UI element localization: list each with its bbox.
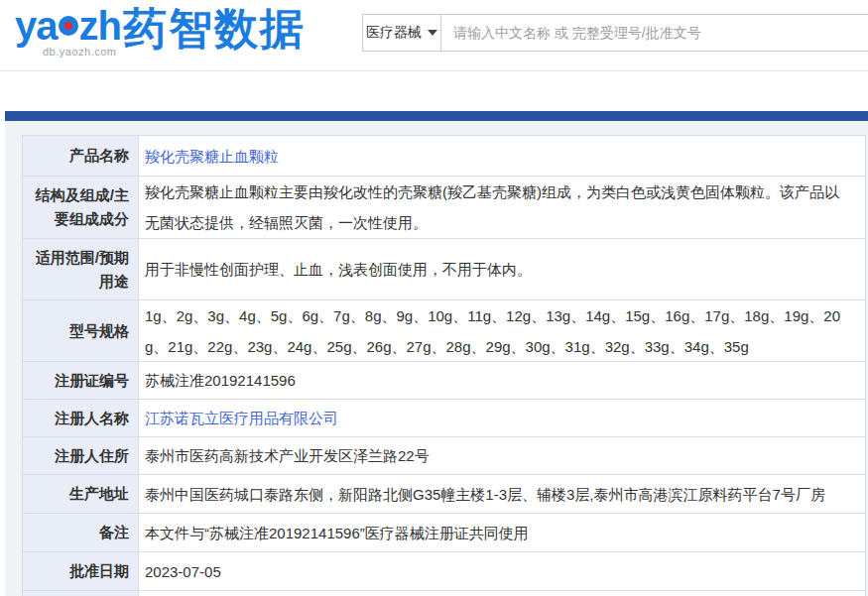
table-row: 结构及组成/主要组成成分 羧化壳聚糖止血颗粒主要由羧化改性的壳聚糖(羧乙基壳聚糖…: [23, 177, 865, 239]
table-row: 型号规格 1g、2g、3g、4g、5g、6g、7g、8g、9g、10g、11g、…: [23, 300, 865, 362]
logo-domain-text: db.yaozh.com: [43, 47, 116, 58]
field-value: [139, 591, 865, 596]
field-value: 2023-07-05: [139, 552, 865, 590]
accent-band: [5, 111, 868, 121]
field-label: 生产地址: [23, 475, 139, 513]
table-row: 注册人住所 泰州市医药高新技术产业开发区泽兰路22号: [23, 437, 865, 475]
field-value: 用于非慢性创面护理、止血，浅表创面使用，不用于体内。: [139, 239, 865, 299]
table-row: 备注 本文件与“苏械注准20192141596”医疗器械注册证共同使用: [23, 514, 865, 552]
table-row-clipped: [23, 591, 865, 596]
chevron-down-icon: [428, 30, 437, 36]
table-row: 适用范围/预期用途 用于非慢性创面护理、止血，浅表创面使用，不用于体内。: [23, 239, 865, 300]
field-value: 羧化壳聚糖止血颗粒: [139, 136, 865, 176]
search-bar: 医疗器械: [362, 14, 868, 52]
registration-detail-table: 产品名称 羧化壳聚糖止血颗粒 结构及组成/主要组成成分 羧化壳聚糖止血颗粒主要由…: [22, 135, 866, 596]
search-category-label: 医疗器械: [366, 24, 422, 42]
field-label: 注册人住所: [23, 437, 139, 474]
field-value: 江苏诺瓦立医疗用品有限公司: [139, 400, 865, 436]
field-value: 泰州市医药高新技术产业开发区泽兰路22号: [139, 437, 865, 474]
field-label: 注册人名称: [23, 400, 139, 436]
site-logo[interactable]: yazh db.yaozh.com 药智数据: [15, 6, 306, 58]
table-row: 生产地址 泰州中国医药城口泰路东侧，新阳路北侧G35幢主楼1-3层、辅楼3层,泰…: [23, 475, 865, 514]
logo-wordmark: yazh db.yaozh.com: [15, 6, 121, 58]
content-area: 产品名称 羧化壳聚糖止血颗粒 结构及组成/主要组成成分 羧化壳聚糖止血颗粒主要由…: [5, 121, 868, 596]
field-value: 本文件与“苏械注准20192141596”医疗器械注册证共同使用: [139, 514, 865, 551]
field-value: 1g、2g、3g、4g、5g、6g、7g、8g、9g、10g、11g、12g、1…: [139, 300, 865, 361]
table-row: 产品名称 羧化壳聚糖止血颗粒: [23, 136, 865, 177]
logo-latin-text: yazh: [15, 6, 121, 46]
site-header: yazh db.yaozh.com 药智数据 医疗器械: [0, 0, 868, 71]
field-label: [23, 591, 139, 596]
field-label: 产品名称: [23, 136, 139, 176]
logo-chinese-text: 药智数据: [123, 6, 306, 52]
field-label: 结构及组成/主要组成成分: [23, 177, 139, 238]
search-category-dropdown[interactable]: 医疗器械: [363, 15, 441, 51]
search-input[interactable]: [441, 15, 868, 51]
field-label: 型号规格: [23, 300, 139, 361]
field-label: 注册证编号: [23, 362, 139, 399]
table-row: 注册人名称 江苏诺瓦立医疗用品有限公司: [23, 400, 865, 437]
table-row: 批准日期 2023-07-05: [23, 552, 865, 591]
field-value: 苏械注准20192141596: [139, 362, 865, 399]
field-label: 批准日期: [23, 552, 139, 590]
field-label: 备注: [23, 514, 139, 551]
table-row: 注册证编号 苏械注准20192141596: [23, 362, 865, 400]
product-name-link[interactable]: 羧化壳聚糖止血颗粒: [145, 141, 279, 172]
field-value: 泰州中国医药城口泰路东侧，新阳路北侧G35幢主楼1-3层、辅楼3层,泰州市高港滨…: [139, 475, 865, 513]
field-label: 适用范围/预期用途: [23, 239, 139, 299]
logo-red-dot-o-icon: [59, 16, 78, 36]
registrant-name-link[interactable]: 江苏诺瓦立医疗用品有限公司: [145, 403, 338, 433]
field-value: 羧化壳聚糖止血颗粒主要由羧化改性的壳聚糖(羧乙基壳聚糖)组成，为类白色或浅黄色固…: [139, 177, 865, 238]
